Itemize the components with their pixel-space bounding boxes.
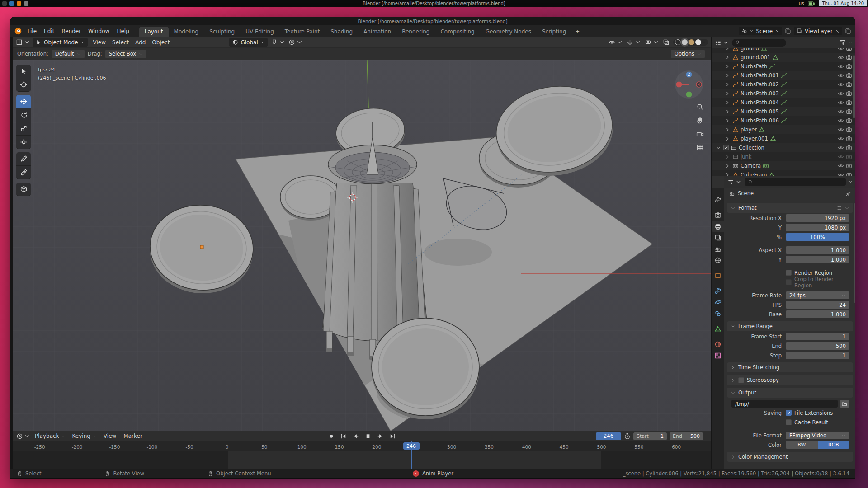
taskbar-app-icon-3[interactable] [24,1,28,6]
tool-cursor-button[interactable] [16,78,31,92]
record-button[interactable] [326,432,337,440]
chevron-right-icon[interactable] [724,127,731,133]
workspace-tab-layout[interactable]: Layout [139,27,169,37]
menu-edit[interactable]: Edit [40,27,58,36]
segment-bw[interactable]: BW [786,441,818,449]
outliner-row-nurbspath-005[interactable]: NurbsPath.005 [712,107,855,116]
outliner-row-nurbspath-001[interactable]: NurbsPath.001 [712,71,855,80]
render-camera-toggle[interactable] [846,163,852,169]
zoom-icon[interactable] [696,103,704,111]
render-camera-toggle[interactable] [846,145,852,151]
clock[interactable]: Thu, 01 Aug 14:20 [819,0,867,6]
shading-solid-button[interactable] [682,39,688,45]
anim-player-stop-button[interactable] [413,470,419,477]
new-scene-button[interactable] [785,28,791,34]
render-camera-toggle[interactable] [846,117,852,124]
workspace-tab-compositing[interactable]: Compositing [435,27,480,37]
outliner-row-player-001[interactable]: player.001 [712,134,855,143]
chevron-right-icon[interactable] [724,172,731,176]
chevron-down-icon[interactable] [849,41,853,45]
viewport-menu-select[interactable]: Select [109,38,132,47]
outliner-row-collection[interactable]: Collection [712,143,855,152]
checkbox-crop-to-render-region[interactable] [786,279,792,285]
hide-eye-toggle[interactable] [838,127,844,133]
drag-setting-dropdown[interactable]: Select Box [105,50,147,58]
render-camera-toggle[interactable] [846,81,852,88]
close-icon[interactable] [775,29,779,33]
hide-eye-toggle[interactable] [838,54,844,61]
view-layer-selector[interactable]: ViewLayer [794,27,842,35]
tool-annotate-button[interactable] [16,152,31,166]
field-step[interactable]: 1 [786,352,849,359]
section-color-management[interactable]: Color Management [727,452,853,462]
properties-tab-object-data[interactable] [712,323,724,334]
hide-eye-toggle[interactable] [838,81,844,88]
gizmos-toggle[interactable] [627,39,641,46]
render-camera-toggle[interactable] [846,99,852,106]
workspace-tab-modeling[interactable]: Modeling [169,27,204,37]
render-camera-toggle[interactable] [846,54,852,61]
workspace-tab-animation[interactable]: Animation [358,27,396,37]
render-camera-toggle[interactable] [846,90,852,97]
checkbox-cache-result[interactable] [786,419,792,425]
properties-search-input[interactable] [745,178,846,186]
timeline-ruler[interactable]: -250-200-150-100-50050100150200250300350… [13,441,711,451]
chevron-right-icon[interactable] [724,99,731,106]
tool-measure-button[interactable] [16,166,31,179]
camera-view-icon[interactable] [696,130,704,138]
chevron-right-icon[interactable] [724,72,731,79]
outliner-row-cubefram[interactable]: CubeFram [712,170,855,176]
outliner-row-nurbspath-004[interactable]: NurbsPath.004 [712,98,855,107]
outliner-row-ground[interactable]: ground [712,48,855,53]
frame-start-field[interactable]: Start1 [633,432,667,440]
outliner-row-ground-001[interactable]: ground.001 [712,53,855,62]
outliner-row-nurbspath[interactable]: NurbsPath [712,62,855,71]
outliner-row-nurbspath-006[interactable]: NurbsPath.006 [712,116,855,125]
menu-file[interactable]: File [24,27,40,36]
next-keyframe-button[interactable] [375,432,386,440]
hide-eye-toggle[interactable] [838,108,844,115]
workspace-tab-texture-paint[interactable]: Texture Paint [279,27,325,37]
chevron-right-icon[interactable] [724,163,731,169]
render-camera-toggle[interactable] [846,48,852,52]
properties-tab-modifiers[interactable] [712,285,724,296]
properties-tab-texture[interactable] [712,350,724,361]
workspace-tab-sculpting[interactable]: Sculpting [204,27,240,37]
stopwatch-icon[interactable] [624,433,631,440]
render-camera-toggle[interactable] [846,154,852,160]
outliner-search-input[interactable] [732,39,786,47]
tool-rotate-button[interactable] [16,108,31,122]
outliner-scrollbar[interactable] [853,55,855,118]
pan-hand-icon[interactable] [696,117,704,124]
properties-tab-view-layer[interactable] [712,232,724,243]
proportional-editing-toggle[interactable] [288,39,303,46]
jump-to-end-button[interactable] [387,432,398,440]
editor-type-selector[interactable] [16,39,30,46]
overlays-toggle[interactable] [645,39,659,46]
playhead-badge[interactable]: 246 [403,442,420,450]
properties-editor-selector[interactable] [727,178,742,185]
pause-button[interactable] [363,432,373,440]
snapping-toggle[interactable] [271,39,285,46]
checkbox-file-extensions[interactable] [786,410,792,416]
output-path-field[interactable]: /tmp/ [731,400,838,408]
scene-selector[interactable]: Scene [739,27,782,35]
tool-transform-button[interactable] [16,136,31,149]
menu-window[interactable]: Window [85,27,113,36]
menu-render[interactable]: Render [58,27,85,36]
hide-eye-toggle[interactable] [838,90,844,97]
taskbar-app-icon-1[interactable] [2,1,7,6]
section-time-stretching[interactable]: Time Stretching [727,362,853,372]
keyboard-layout-indicator[interactable]: us [799,1,804,6]
hide-eye-toggle[interactable] [838,99,844,106]
field-resolution-x[interactable]: 1920 px [786,214,849,222]
dropdown-frame-rate[interactable]: 24 fps [786,291,849,299]
section-frame-range[interactable]: Frame Range [727,321,853,331]
menu-help[interactable]: Help [113,27,132,36]
field-end[interactable]: 500 [786,342,849,350]
hide-eye-toggle[interactable] [838,48,844,52]
transform-orientation-dropdown[interactable]: Global [229,38,267,47]
hide-eye-toggle[interactable] [838,136,844,142]
field-y[interactable]: 1.000 [786,256,849,263]
browse-folder-button[interactable] [840,400,849,408]
